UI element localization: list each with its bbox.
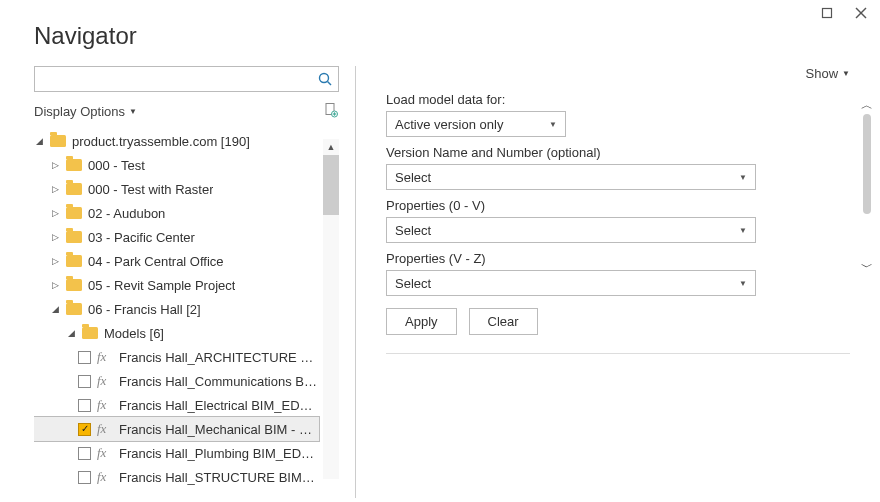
version-label: Version Name and Number (optional) <box>386 145 850 160</box>
window-close-icon[interactable] <box>854 6 868 20</box>
tree-folder[interactable]: ▷ 000 - Test <box>34 153 319 177</box>
fx-icon: fx <box>97 373 113 389</box>
version-value: Select <box>395 170 431 185</box>
tree-models-folder[interactable]: ◢ Models [6] <box>34 321 319 345</box>
display-options-label: Display Options <box>34 104 125 119</box>
show-button[interactable]: Show ▼ <box>806 66 850 81</box>
tree-model-item[interactable]: fx Francis Hall_Communications BIM_E... <box>34 369 319 393</box>
chevron-down-icon: ▼ <box>842 69 850 78</box>
fx-icon: fx <box>97 445 113 461</box>
show-label: Show <box>806 66 839 81</box>
checkbox-checked[interactable] <box>78 423 91 436</box>
properties2-label: Properties (V - Z) <box>386 251 850 266</box>
search-input-wrap[interactable] <box>34 66 339 92</box>
caret-right-icon[interactable]: ▷ <box>50 184 60 194</box>
scroll-up-icon[interactable]: ︿ <box>858 96 876 114</box>
scroll-up-icon[interactable]: ▲ <box>323 139 339 155</box>
properties2-value: Select <box>395 276 431 291</box>
tree-scrollbar[interactable]: ▲ <box>323 139 339 479</box>
checkbox[interactable] <box>78 375 91 388</box>
folder-icon <box>66 159 82 171</box>
tree-model-item[interactable]: fx Francis Hall_Plumbing BIM_EDDIE <box>34 441 319 465</box>
divider-line <box>386 353 850 354</box>
folder-icon <box>66 255 82 267</box>
svg-line-4 <box>328 82 332 86</box>
caret-right-icon[interactable]: ▷ <box>50 160 60 170</box>
properties1-label: Properties (0 - V) <box>386 198 850 213</box>
tree-model-item[interactable]: fx Francis Hall_ARCHITECTURE BIM_20... <box>34 345 319 369</box>
folder-icon <box>66 279 82 291</box>
caret-right-icon[interactable]: ▷ <box>50 256 60 266</box>
load-model-select[interactable]: Active version only ▼ <box>386 111 566 137</box>
new-item-icon[interactable] <box>323 102 339 121</box>
checkbox[interactable] <box>78 399 91 412</box>
caret-down-icon[interactable]: ◢ <box>50 304 60 314</box>
caret-right-icon[interactable]: ▷ <box>50 208 60 218</box>
folder-icon <box>66 207 82 219</box>
caret-right-icon[interactable]: ▷ <box>50 280 60 290</box>
tree-folder[interactable]: ▷ 000 - Test with Raster <box>34 177 319 201</box>
caret-down-icon[interactable]: ◢ <box>66 328 76 338</box>
tree-root-label: product.tryassemble.com [190] <box>72 134 250 149</box>
checkbox[interactable] <box>78 351 91 364</box>
tree-folder[interactable]: ▷ 03 - Pacific Center <box>34 225 319 249</box>
properties2-select[interactable]: Select ▼ <box>386 270 756 296</box>
svg-point-3 <box>320 74 329 83</box>
chevron-down-icon: ▼ <box>739 279 747 288</box>
fx-icon: fx <box>97 421 113 437</box>
load-model-value: Active version only <box>395 117 503 132</box>
load-label: Load model data for: <box>386 92 850 107</box>
folder-icon <box>66 183 82 195</box>
fx-icon: fx <box>97 397 113 413</box>
svg-rect-0 <box>823 9 832 18</box>
clear-button[interactable]: Clear <box>469 308 538 335</box>
properties1-select[interactable]: Select ▼ <box>386 217 756 243</box>
tree-model-item-selected[interactable]: fx Francis Hall_Mechanical BIM - SCHE... <box>34 417 319 441</box>
tree-folder[interactable]: ▷ 02 - Audubon <box>34 201 319 225</box>
window-maximize-icon[interactable] <box>820 6 834 20</box>
tree-folder[interactable]: ▷ 04 - Park Central Office <box>34 249 319 273</box>
chevron-down-icon: ▼ <box>739 173 747 182</box>
scroll-thumb[interactable] <box>323 155 339 215</box>
page-title: Navigator <box>0 0 880 66</box>
checkbox[interactable] <box>78 471 91 484</box>
fx-icon: fx <box>97 349 113 365</box>
version-select[interactable]: Select ▼ <box>386 164 756 190</box>
caret-down-icon[interactable]: ◢ <box>34 136 44 146</box>
chevron-down-icon: ▼ <box>129 107 137 116</box>
tree-folder-expanded[interactable]: ◢ 06 - Francis Hall [2] <box>34 297 319 321</box>
folder-icon <box>82 327 98 339</box>
search-input[interactable] <box>35 67 312 91</box>
tree-model-item[interactable]: fx Francis Hall_Electrical BIM_EDDIE <box>34 393 319 417</box>
fx-icon: fx <box>97 469 113 485</box>
scroll-thumb[interactable] <box>863 114 871 214</box>
caret-right-icon[interactable]: ▷ <box>50 232 60 242</box>
right-scrollbar[interactable]: ︿ ﹀ <box>858 96 876 276</box>
chevron-down-icon: ▼ <box>549 120 557 129</box>
display-options-button[interactable]: Display Options ▼ <box>34 104 137 119</box>
checkbox[interactable] <box>78 447 91 460</box>
apply-button[interactable]: Apply <box>386 308 457 335</box>
folder-icon <box>50 135 66 147</box>
folder-icon <box>66 231 82 243</box>
properties1-value: Select <box>395 223 431 238</box>
tree-folder[interactable]: ▷ 05 - Revit Sample Project <box>34 273 319 297</box>
chevron-down-icon: ▼ <box>739 226 747 235</box>
folder-icon <box>66 303 82 315</box>
search-icon[interactable] <box>312 71 338 87</box>
scroll-down-icon[interactable]: ﹀ <box>858 258 876 276</box>
tree-root[interactable]: ◢ product.tryassemble.com [190] <box>34 129 319 153</box>
tree-model-item[interactable]: fx Francis Hall_STRUCTURE BIM_ EDDIE <box>34 465 319 489</box>
